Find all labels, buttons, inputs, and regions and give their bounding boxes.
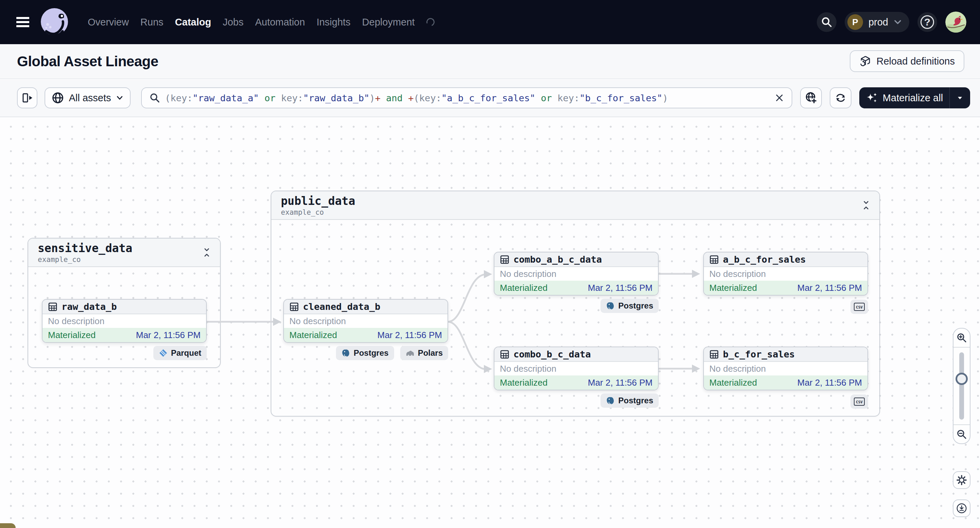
zoom-out-button[interactable]: [953, 424, 970, 443]
polars-icon: [406, 350, 415, 357]
lineage-toolbar: All assets (key:"raw_data_a" or key:"raw…: [0, 80, 980, 117]
nav-item-deployment[interactable]: Deployment: [362, 17, 415, 28]
download-icon: [956, 503, 967, 514]
chevron-down-icon: [116, 94, 123, 101]
group-repo-label: example_co: [281, 208, 355, 216]
group-title: sensitive_data: [38, 242, 132, 255]
asset-description: No description: [704, 362, 867, 376]
asset-node-header: a_b_c_for_sales: [704, 252, 867, 267]
asset-node-header: combo_b_c_data: [495, 347, 658, 362]
refresh-button[interactable]: [830, 87, 851, 108]
gear-icon: [956, 474, 967, 486]
collapse-icon: [862, 200, 870, 210]
kind-badge-postgres[interactable]: Postgres: [600, 393, 659, 408]
user-avatar[interactable]: [945, 11, 966, 33]
csv-icon: CSV: [853, 397, 865, 406]
collapse-group-button[interactable]: [203, 247, 210, 258]
asset-description: No description: [43, 314, 206, 328]
clear-query-button[interactable]: [775, 93, 784, 103]
kind-badge-polars[interactable]: Polars: [400, 346, 448, 360]
nav-item-runs[interactable]: Runs: [140, 17, 164, 28]
materialization-timestamp: Mar 2, 11:56 PM: [588, 283, 652, 293]
workspace-switcher[interactable]: P prod: [845, 12, 909, 32]
nav-item-insights[interactable]: Insights: [317, 17, 351, 28]
zoom-slider[interactable]: [953, 347, 970, 424]
asset-badges: CSV: [703, 300, 868, 314]
zoom-controls: [953, 328, 970, 444]
materialization-timestamp: Mar 2, 11:56 PM: [797, 283, 862, 293]
asset-node-raw-data-b[interactable]: raw_data_b No description Materialized M…: [42, 299, 207, 343]
asset-title: a_b_c_for_sales: [723, 254, 806, 265]
asset-status-bar: Materialized Mar 2, 11:56 PM: [704, 376, 867, 390]
materialization-timestamp: Mar 2, 11:56 PM: [797, 377, 862, 388]
asset-node-header: combo_a_b_c_data: [495, 252, 658, 267]
group-title: public_data: [281, 194, 355, 208]
group-header[interactable]: public_data example_co: [271, 191, 879, 220]
asset-title: combo_a_b_c_data: [514, 254, 602, 265]
asset-node-b-c-for-sales[interactable]: b_c_for_sales No description Materialize…: [703, 347, 868, 390]
asset-status-bar: Materialized Mar 2, 11:56 PM: [704, 281, 867, 295]
kind-badge-csv[interactable]: CSV: [850, 300, 868, 314]
graph-settings-button[interactable]: [953, 471, 970, 489]
zoom-slider-handle[interactable]: [956, 373, 968, 385]
table-icon: [290, 302, 299, 312]
search-button[interactable]: [817, 12, 837, 32]
download-image-button[interactable]: [953, 499, 970, 517]
asset-node-a-b-c-for-sales[interactable]: a_b_c_for_sales No description Materiali…: [703, 252, 868, 296]
asset-scope-dropdown[interactable]: All assets: [45, 87, 130, 108]
asset-status-bar: Materialized Mar 2, 11:56 PM: [284, 328, 447, 342]
nav-item-catalog[interactable]: Catalog: [175, 17, 211, 28]
postgres-icon: [606, 396, 615, 405]
status-badge: Materialized: [710, 283, 757, 293]
globe-plus-icon: [805, 91, 818, 104]
collapse-group-button[interactable]: [862, 200, 870, 210]
zoom-slider-track[interactable]: [959, 352, 964, 420]
globe-icon: [52, 92, 64, 104]
kind-badge-postgres[interactable]: Postgres: [336, 346, 394, 360]
asset-badges: Postgres: [494, 299, 659, 313]
asset-scope-label: All assets: [69, 92, 111, 104]
hamburger-menu-icon[interactable]: [16, 17, 29, 27]
zoom-in-button[interactable]: [953, 328, 970, 347]
asset-node-header: raw_data_b: [43, 300, 206, 314]
asset-query-input[interactable]: (key:"raw_data_a" or key:"raw_data_b")+ …: [141, 87, 792, 108]
nav-right-cluster: P prod ?: [817, 11, 966, 33]
table-icon: [710, 350, 719, 359]
nav-item-jobs[interactable]: Jobs: [223, 17, 243, 28]
reload-definitions-button[interactable]: Reload definitions: [850, 50, 964, 72]
page-header: Global Asset Lineage Reload definitions: [0, 44, 980, 79]
materialize-all-main[interactable]: Materialize all: [859, 87, 950, 108]
caret-down-icon: [956, 94, 964, 101]
kind-badge-postgres[interactable]: Postgres: [600, 299, 659, 313]
materialize-options-button[interactable]: [950, 87, 970, 108]
close-icon: [775, 93, 784, 103]
svg-text:CSV: CSV: [856, 400, 863, 404]
search-icon: [149, 92, 160, 103]
help-button[interactable]: ?: [918, 12, 937, 32]
group-header[interactable]: sensitive_data example_co: [28, 238, 220, 267]
kind-badge-csv[interactable]: CSV: [850, 395, 868, 409]
workspace-avatar: P: [847, 14, 863, 30]
materialization-timestamp: Mar 2, 11:56 PM: [377, 330, 442, 341]
corner-chip: [0, 523, 16, 528]
chevron-down-icon: [894, 18, 902, 26]
asset-status-bar: Materialized Mar 2, 11:56 PM: [43, 328, 206, 342]
status-badge: Materialized: [710, 377, 757, 388]
nav-item-automation[interactable]: Automation: [255, 17, 305, 28]
kind-badge-parquet[interactable]: Parquet: [153, 346, 207, 360]
dagster-logo-icon[interactable]: [40, 7, 69, 37]
asset-node-combo-b-c-data[interactable]: combo_b_c_data No description Materializ…: [494, 347, 659, 390]
open-sidebar-button[interactable]: [17, 87, 37, 108]
lineage-canvas[interactable]: sensitive_data example_co public_data ex…: [0, 118, 980, 528]
asset-node-cleaned-data-b[interactable]: cleaned_data_b No description Materializ…: [283, 299, 448, 343]
materialization-timestamp: Mar 2, 11:56 PM: [588, 377, 652, 388]
materialize-all-button[interactable]: Materialize all: [859, 87, 970, 108]
csv-icon: CSV: [853, 303, 865, 311]
kind-badge-label: Postgres: [618, 301, 653, 311]
nav-links: Overview Runs Catalog Jobs Automation In…: [88, 17, 434, 28]
asset-title: combo_b_c_data: [514, 349, 591, 360]
nav-item-overview[interactable]: Overview: [88, 17, 129, 28]
asset-node-combo-a-b-c-data[interactable]: combo_a_b_c_data No description Material…: [494, 252, 659, 296]
collapse-icon: [203, 247, 210, 258]
add-scope-button[interactable]: [800, 87, 822, 108]
